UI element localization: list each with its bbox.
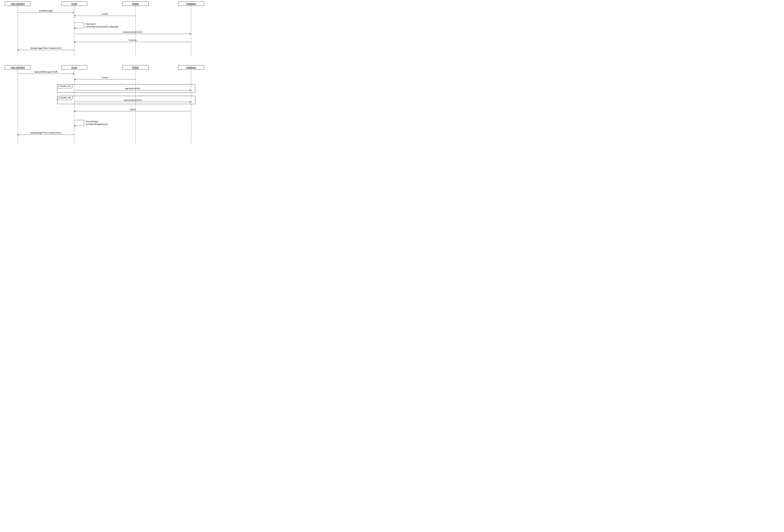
msg-taguser-label: tagUser(UserID) [125,87,140,90]
diagram-2: User Interface Script Global Database ta… [5,65,204,144]
opt-frame-on: if OnOff==On tagUser(UserID) [57,84,195,92]
opt-frame-off-guard: if OnOff==Off [58,96,71,99]
msg-userid-label: UserID [102,13,108,15]
msg-displaypage: displayPage("Post-Created.html") [18,47,74,50]
msg-status-label: Status [130,108,136,111]
msg-format-sql-label-2: formatSQLInsert(UserID, Message) [85,26,118,28]
lifeline-global: Global [122,2,148,56]
msg-format-sql: SQLInsert= formatSQLInsert(UserID, Messa… [74,23,118,28]
msg-format-postpage-label-2: formatPostPage(Status) [85,123,108,125]
sequence-diagrams: User Interface Script Global Database po… [0,0,219,148]
lifeline-global-label: Global [132,2,139,5]
msg-success: Success [74,39,191,42]
msg-userid-2: UserID [74,77,136,80]
msg-displaypage-2-label: displayPage("Post-Created.html") [30,131,61,134]
msg-runquery-label: runQuery(SQLInsert) [123,31,142,33]
msg-format-postpage-label-1: ResultsPage= [85,120,99,123]
msg-status: Status [74,108,191,111]
lifeline-db-2: Database [178,65,204,144]
msg-success-label: Success [129,39,137,41]
msg-post: post(Message) [18,9,74,12]
msg-displaypage-2: displayPage("Post-Created.html") [18,131,74,135]
lifeline-global-2: Global [122,65,148,144]
lifeline-ui-label: User Interface [11,2,25,5]
lifeline-ui: User Interface [5,2,31,56]
msg-taguser-call: tagUser(Message,OnOff) [18,70,74,74]
msg-displaypage-label: displayPage("Post-Created.html") [30,47,61,49]
msg-taguser-call-label: tagUser(Message,OnOff) [34,70,58,73]
lifeline-db-label: Database [186,2,196,5]
opt-frame-off: if OnOff==Off tagNobody(UserID) [57,96,195,104]
msg-userid-2-label: UserID [102,77,108,79]
lifeline-script-2: Script [61,65,87,144]
msg-runquery: runQuery(SQLInsert) [74,31,191,34]
lifeline-script: Script [61,2,87,56]
msg-userid: UserID [74,13,136,16]
msg-format-sql-label-1: SQLInsert= [85,23,96,25]
diagram-1: User Interface Script Global Database po… [5,2,204,56]
msg-tagnobody-label: tagNobody(UserID) [123,99,142,101]
lifeline-ui-label-2: User Interface [11,66,25,69]
lifeline-db: Database [178,2,204,56]
msg-post-label: post(Message) [39,9,53,12]
lifeline-global-label-2: Global [132,66,139,69]
lifeline-ui-2: User Interface [5,65,31,144]
msg-format-postpage: ResultsPage= formatPostPage(Status) [74,120,108,126]
lifeline-db-label-2: Database [186,66,196,69]
lifeline-script-label-2: Script [71,66,77,69]
opt-frame-on-guard: if OnOff==On [58,85,71,87]
lifeline-script-label: Script [71,2,77,5]
